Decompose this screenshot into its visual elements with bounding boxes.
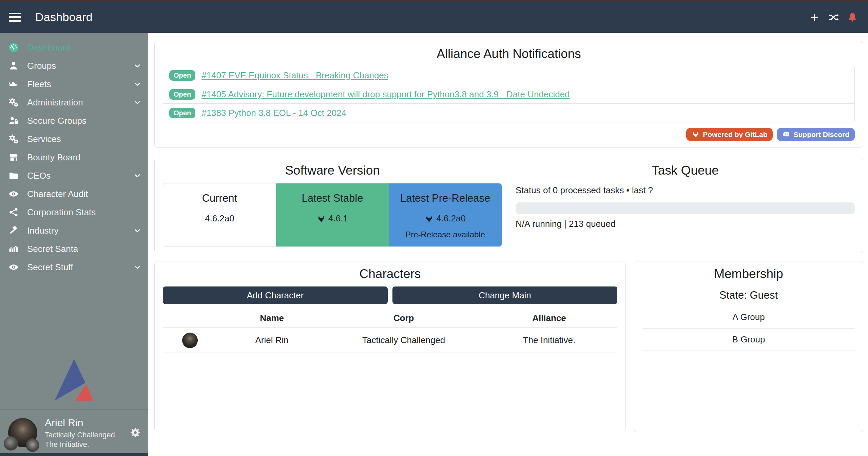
user-panel: Ariel Rin Tactically Challenged The Init…: [0, 412, 148, 453]
add-character-button[interactable]: Add Character: [163, 286, 388, 304]
sidebar-item-label: Secret Stuff: [27, 262, 73, 273]
version-cell-stable: Latest Stable 4.6.1: [276, 183, 389, 246]
task-queue-progressbar: [516, 202, 855, 214]
sidebar-item-dashboard[interactable]: Dashboard: [0, 38, 148, 57]
version-value: 4.6.2a0: [436, 213, 466, 224]
navbar-actions: [809, 12, 858, 23]
notification-row: Open #1405 Advisory: Future development …: [163, 85, 854, 103]
gitlab-icon: [692, 130, 700, 138]
plus-icon[interactable]: [809, 12, 820, 23]
cell-character-alliance: The Initiative.: [481, 335, 617, 345]
sidebar-item-fleets[interactable]: Fleets: [0, 75, 148, 93]
shuffle-icon[interactable]: [828, 12, 839, 23]
page-title: Dashboard: [35, 11, 93, 24]
gitlab-icon: [317, 214, 326, 223]
notification-link[interactable]: #1407 EVE Equinox Status - Breaking Chan…: [201, 70, 388, 81]
membership-groups: A Group B Group: [642, 306, 855, 351]
characters-table: Name Corp Alliance Ariel Rin Tactically …: [163, 309, 617, 353]
notifications-panel: Alliance Auth Notifications Open #1407 E…: [154, 41, 863, 148]
gifts-icon: [8, 243, 19, 254]
corp-logo: [4, 436, 18, 451]
status-badge: Open: [169, 89, 195, 100]
version-value: 4.6.2a0: [205, 213, 234, 224]
characters-panel: Characters Add Character Change Main Nam…: [154, 261, 626, 432]
sidebar-item-ceos[interactable]: CEOs: [0, 166, 148, 185]
bell-icon[interactable]: [847, 12, 858, 23]
navbar: Dashboard: [0, 1, 868, 33]
column-header-corp: Corp: [326, 313, 481, 323]
menu-icon[interactable]: [9, 13, 21, 22]
software-version-section: Software Version Current 4.6.2a0 Latest …: [163, 163, 502, 247]
chevron-down-icon: [133, 262, 142, 272]
shuttle-icon: [8, 79, 19, 90]
user-icon: [8, 60, 19, 71]
software-taskqueue-panel: Software Version Current 4.6.2a0 Latest …: [154, 158, 863, 253]
sidebar-item-corporation-stats[interactable]: Corporation Stats: [0, 203, 148, 221]
version-table: Current 4.6.2a0 Latest Stable 4.6.1: [163, 183, 502, 247]
sidebar-footer-strip: [0, 453, 148, 456]
eye-icon: [8, 189, 19, 199]
notification-link[interactable]: #1383 Python 3.8 EOL - 14 Oct 2024: [201, 108, 346, 118]
sidebar-item-character-audit[interactable]: Character Audit: [0, 185, 148, 203]
notifications-list: Open #1407 EVE Equinox Status - Breaking…: [163, 66, 855, 122]
sidebar-item-label: Corporation Stats: [27, 207, 96, 218]
sidebar-item-groups[interactable]: Groups: [0, 57, 148, 75]
version-cell-current: Current 4.6.2a0: [163, 183, 276, 246]
membership-panel: Membership State: Guest A Group B Group: [634, 261, 863, 432]
sidebar-item-label: Dashboard: [27, 42, 70, 53]
discord-icon: [782, 130, 790, 138]
user-name: Ariel Rin: [45, 416, 115, 429]
badge-label: Support Discord: [793, 131, 849, 138]
task-queue-title: Task Queue: [516, 163, 855, 178]
user-corp: Tactically Challenged: [45, 430, 115, 440]
sidebar-item-label: Administration: [27, 97, 83, 108]
gitlab-badge[interactable]: Powered by GitLab: [686, 128, 773, 141]
cogs-icon: [8, 97, 19, 108]
membership-state: State: Guest: [642, 289, 855, 301]
group-item: A Group: [642, 306, 855, 329]
notification-link[interactable]: #1405 Advisory: Future development will …: [201, 89, 570, 100]
sidebar-item-label: Secret Santa: [27, 244, 78, 254]
sidebar-item-label: Secure Groups: [27, 116, 86, 126]
column-header-name: Name: [217, 313, 327, 323]
folder-icon: [8, 170, 19, 181]
cell-character-name: Ariel Rin: [217, 335, 327, 345]
gitlab-icon: [425, 214, 433, 223]
membership-title: Membership: [642, 267, 855, 281]
sidebar: Dashboard Groups Fleets: [0, 33, 148, 456]
sidebar-item-secret-santa[interactable]: Secret Santa: [0, 240, 148, 258]
eye-icon: [8, 262, 19, 273]
share-icon: [8, 207, 19, 218]
sidebar-item-label: CEOs: [27, 171, 51, 181]
sidebar-item-administration[interactable]: Administration: [0, 93, 148, 112]
user-alliance: The Initiative.: [45, 440, 115, 449]
tachometer-icon: [8, 42, 19, 53]
badge-label: Powered by GitLab: [703, 131, 767, 138]
characters-title: Characters: [163, 267, 617, 281]
footer-badges: Powered by GitLab Support Discord: [163, 128, 855, 141]
sidebar-item-industry[interactable]: Industry: [0, 221, 148, 240]
group-item: B Group: [642, 329, 855, 351]
version-header: Latest Pre-Release: [389, 192, 502, 204]
sidebar-item-secure-groups[interactable]: Secure Groups: [0, 112, 148, 130]
notification-row: Open #1407 EVE Equinox Status - Breaking…: [163, 66, 854, 85]
gear-icon[interactable]: [129, 427, 141, 439]
store-icon: [8, 152, 19, 163]
chevron-down-icon: [133, 98, 142, 107]
software-version-title: Software Version: [163, 163, 502, 178]
notifications-title: Alliance Auth Notifications: [163, 47, 855, 61]
cogs-icon: [8, 134, 19, 144]
sidebar-item-label: Character Audit: [27, 189, 88, 199]
cell-character-corp: Tactically Challenged: [326, 335, 481, 345]
version-value: 4.6.1: [328, 213, 348, 224]
table-header-row: Name Corp Alliance: [163, 309, 617, 328]
sidebar-item-services[interactable]: Services: [0, 130, 148, 148]
sidebar-item-bounty-board[interactable]: Bounty Board: [0, 148, 148, 166]
main-content: Alliance Auth Notifications Open #1407 E…: [148, 33, 868, 456]
status-badge: Open: [169, 70, 195, 81]
version-cell-prerelease: Latest Pre-Release 4.6.2a0 Pre-Release a…: [389, 183, 502, 246]
sidebar-item-secret-stuff[interactable]: Secret Stuff: [0, 258, 148, 276]
column-header-alliance: Alliance: [481, 313, 617, 323]
change-main-button[interactable]: Change Main: [392, 286, 617, 304]
discord-badge[interactable]: Support Discord: [777, 128, 855, 141]
